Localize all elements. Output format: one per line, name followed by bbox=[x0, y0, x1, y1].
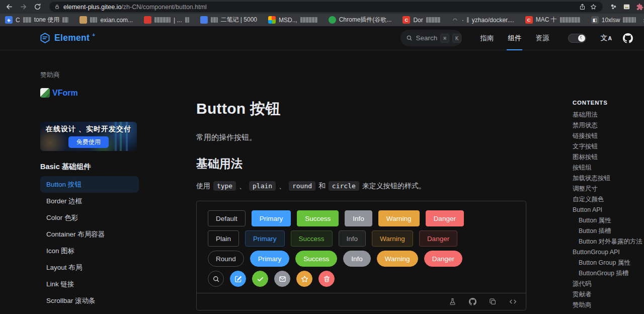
theme-toggle[interactable]: ☾ bbox=[568, 34, 586, 43]
bookmark-item[interactable]: MSD.., bbox=[268, 16, 317, 24]
demo-button-round-warning[interactable]: Warning bbox=[377, 251, 418, 267]
sponsor-vform-link[interactable]: VForm bbox=[40, 88, 171, 98]
extension-circles-icon[interactable] bbox=[608, 2, 619, 13]
toc-item[interactable]: Button 属性 bbox=[573, 217, 644, 224]
demo-button-circle-star[interactable] bbox=[296, 271, 312, 287]
demo-button-plain-warning[interactable]: Warning bbox=[372, 230, 413, 247]
sponsor-ad-banner[interactable]: 在线设计 、实时开发交付 免费使用 bbox=[40, 122, 137, 151]
bookmark-favicon-icon: C bbox=[525, 16, 533, 24]
demo-button-round-info[interactable]: Info bbox=[343, 251, 371, 267]
toc-item[interactable]: 图标按钮 bbox=[573, 153, 644, 161]
nav-item-0[interactable]: 指南 bbox=[473, 26, 501, 50]
vform-logo bbox=[40, 88, 50, 98]
toc-item[interactable]: 按钮组 bbox=[573, 164, 644, 171]
code-icon[interactable] bbox=[509, 298, 517, 305]
demo-button-solid-success[interactable]: Success bbox=[297, 210, 339, 226]
search-icon bbox=[406, 35, 413, 41]
toc-item[interactable]: 文字按钮 bbox=[573, 143, 644, 150]
toc-item[interactable]: 禁用状态 bbox=[573, 122, 644, 129]
element-plus-logo[interactable]: Element+ bbox=[39, 32, 96, 44]
demo-button-round-success[interactable]: Success bbox=[295, 251, 337, 267]
bookmark-favicon-icon: C bbox=[403, 16, 410, 24]
sidebar-item-color[interactable]: Color 色彩 bbox=[40, 209, 139, 226]
sidebar-item-border[interactable]: Border 边框 bbox=[40, 193, 139, 209]
site-header: Element+ Search ⌘ K 指南组件资源 ☾ 文A bbox=[0, 26, 644, 50]
sidebar-item-layout[interactable]: Layout 布局 bbox=[40, 259, 139, 276]
toc-item[interactable]: 源代码 bbox=[573, 280, 644, 287]
demo-button-solid-info[interactable]: Info bbox=[345, 210, 372, 226]
forward-icon[interactable] bbox=[17, 1, 29, 13]
bookmark-item[interactable]: exian.com... bbox=[79, 16, 133, 24]
bookmark-item[interactable]: | ... bbox=[144, 16, 189, 24]
sidebar-item-container[interactable]: Container 布局容器 bbox=[40, 226, 139, 243]
demo-button-circle-delete[interactable] bbox=[318, 271, 335, 287]
bookmark-label: Dor bbox=[413, 17, 423, 24]
toc-item[interactable]: 自定义颜色 bbox=[573, 196, 644, 203]
demo-button-round-round[interactable]: Round bbox=[208, 251, 244, 267]
toc-item[interactable]: Button 插槽 bbox=[573, 227, 644, 234]
toc-item[interactable]: 基础用法 bbox=[573, 111, 644, 118]
bookmark-item[interactable]: CDor bbox=[403, 16, 440, 24]
github-icon[interactable] bbox=[623, 33, 633, 43]
bookmark-favicon-icon: ◈ bbox=[5, 16, 13, 24]
nav-item-2[interactable]: 资源 bbox=[528, 26, 556, 50]
demo-button-solid-warning[interactable]: Warning bbox=[378, 210, 420, 226]
usage-fragment: 使用 bbox=[196, 182, 212, 190]
demo-button-plain-info[interactable]: Info bbox=[339, 230, 366, 247]
demo-button-solid-danger[interactable]: Danger bbox=[426, 210, 464, 226]
sidebar-item-icon[interactable]: Icon 图标 bbox=[40, 243, 139, 259]
bookmark-redacted-text bbox=[62, 17, 68, 23]
toc-item[interactable]: ButtonGroup 插槽 bbox=[573, 270, 644, 277]
demo-button-plain-primary[interactable]: Primary bbox=[245, 230, 285, 247]
copy-icon[interactable] bbox=[489, 298, 497, 305]
usage-fragment: 、 bbox=[277, 182, 288, 190]
toc-item[interactable]: 赞助商 bbox=[573, 301, 644, 308]
demo-button-solid-primary[interactable]: Primary bbox=[252, 210, 291, 226]
language-switch-icon[interactable]: 文A bbox=[600, 34, 612, 43]
lock-icon bbox=[54, 4, 60, 10]
demo-button-circle-check[interactable] bbox=[252, 271, 268, 287]
demo-button-circle-edit[interactable] bbox=[230, 271, 246, 287]
back-icon[interactable] bbox=[3, 1, 15, 13]
bookmark-item[interactable]: ◠·yzhao/docker.... bbox=[451, 16, 514, 24]
demo-button-round-primary[interactable]: Primary bbox=[250, 251, 290, 267]
sidebar-item-button[interactable]: Button 按钮 bbox=[40, 176, 139, 193]
demo-button-round-danger[interactable]: Danger bbox=[424, 251, 462, 267]
toc-item[interactable]: ButtonGroup API bbox=[573, 249, 644, 256]
toc-item[interactable]: Button 对外暴露的方法 bbox=[573, 238, 644, 245]
demo-button-plain-success[interactable]: Success bbox=[291, 230, 333, 247]
bookmark-item[interactable]: 二笔记 | 5000 bbox=[200, 16, 257, 24]
screenshot-extension-icon[interactable] bbox=[621, 2, 632, 13]
demo-button-circle-search[interactable] bbox=[208, 271, 224, 287]
toc-item[interactable]: 加载状态按钮 bbox=[573, 175, 644, 182]
sidebar-item-link[interactable]: Link 链接 bbox=[40, 276, 139, 292]
ad-free-use-button[interactable]: 免费使用 bbox=[68, 136, 109, 148]
extensions-puzzle-icon[interactable] bbox=[634, 2, 644, 13]
demo-button-plain-danger[interactable]: Danger bbox=[419, 230, 457, 247]
demo-button-solid-default[interactable]: Default bbox=[208, 210, 246, 226]
toc-item[interactable]: 链接按钮 bbox=[573, 132, 644, 139]
sidebar-item-space[interactable]: Space 间距 bbox=[40, 309, 139, 314]
nav-item-1[interactable]: 组件 bbox=[501, 26, 528, 50]
address-bar[interactable]: element-plus.gitee.io/zh-CN/component/bu… bbox=[49, 2, 603, 12]
reload-icon[interactable] bbox=[31, 1, 43, 13]
bookmark-item[interactable]: ◧10xlsw bbox=[591, 16, 636, 24]
toc-item[interactable]: Button API bbox=[573, 206, 644, 213]
toc-item[interactable]: 调整尺寸 bbox=[573, 185, 644, 192]
demo-button-plain-plain[interactable]: Plain bbox=[208, 230, 239, 247]
bookmark-item[interactable]: ◈Ctone 使用 bbox=[5, 16, 68, 24]
search-input[interactable]: Search ⌘ K bbox=[400, 30, 462, 46]
demo-button-circle-message[interactable] bbox=[274, 271, 290, 287]
share-icon[interactable] bbox=[577, 2, 588, 12]
bookmark-favicon-icon bbox=[79, 16, 87, 24]
playground-icon[interactable] bbox=[449, 298, 456, 305]
bookmark-item[interactable]: CMAC 十 bbox=[525, 16, 580, 24]
toc-heading: CONTENTS bbox=[573, 100, 644, 106]
bookmark-star-icon[interactable] bbox=[588, 2, 599, 12]
bookmark-item[interactable]: Chrome插件(谷歌... bbox=[329, 16, 392, 24]
sidebar-item-scrollbar[interactable]: Scrollbar 滚动条 bbox=[40, 292, 139, 309]
bookmark-label: MSD.., bbox=[279, 17, 297, 24]
toc-item[interactable]: 贡献者 bbox=[573, 291, 644, 298]
toc-item[interactable]: Button Group 属性 bbox=[573, 259, 644, 266]
github-icon[interactable] bbox=[469, 298, 476, 305]
